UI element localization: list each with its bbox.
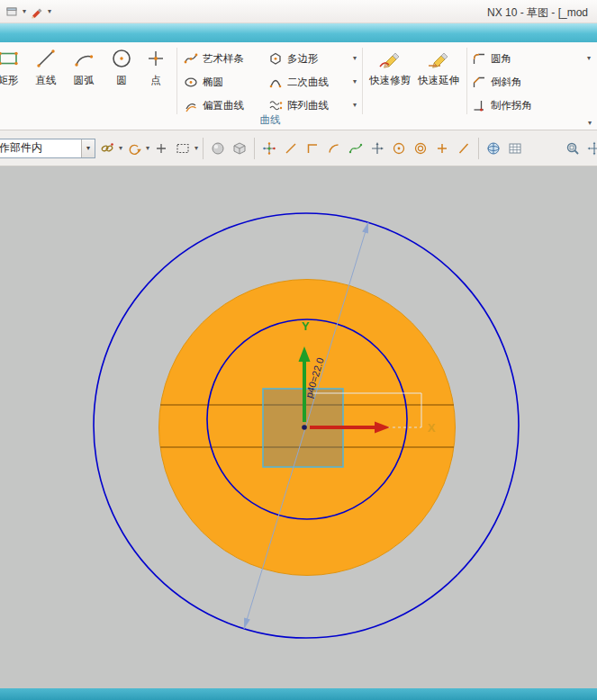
toolbar-right-group [563,139,597,158]
slash-line-icon[interactable] [281,139,301,158]
make-corner-icon [472,98,486,112]
grid-icon[interactable] [505,139,525,158]
ribbon-button-ellipse[interactable]: 椭圆 [184,71,265,93]
fillet-icon [472,51,486,66]
x-axis-label: X [428,421,436,435]
graphics-window[interactable]: p40=22.0 Y X [0,166,597,688]
ellipse-icon [184,75,198,89]
origin-point[interactable] [302,425,307,430]
line-icon [34,47,58,70]
plus-orange-icon[interactable] [432,139,452,158]
sketch-toolbar: 作部件内 ▾ ▾ ▾ ▾ [0,130,597,166]
ribbon-button-point[interactable]: 点 [137,47,175,87]
circle-icon [110,47,133,70]
ribbon-curve-group: 矩形 直线 圆弧 圆 点 [0,42,597,130]
quick-extend-icon [427,47,450,70]
offset-curve-icon [184,98,198,112]
pan-icon[interactable] [584,139,597,158]
marquee-select-icon[interactable] [173,139,193,158]
toolbar-separator [203,138,204,159]
button-label: 圆 [116,74,127,87]
group-label-curve: 曲线 [0,113,540,127]
rectangle-icon [0,47,20,70]
quick-access-toolbar: ▾ ▾ [4,4,51,20]
arc-icon[interactable] [324,139,344,158]
status-bar [0,688,597,700]
globe-icon[interactable] [484,139,503,158]
conic-icon [268,75,283,89]
snap-point-icon[interactable] [259,139,279,158]
ribbon-button-studio-spline[interactable]: 艺术样条 [184,48,265,69]
circle-ring-icon[interactable] [411,139,430,158]
work-scope-select[interactable]: 作部件内 ▾ [0,139,95,158]
link-icon[interactable] [97,139,117,158]
button-label: 快速延伸 [418,74,459,87]
chevron-down-icon[interactable]: ▾ [353,78,357,85]
work-scope-value: 作部件内 [0,140,81,156]
chevron-down-icon[interactable]: ▾ [588,120,592,127]
profile-icon[interactable] [303,139,322,158]
button-label: 倒斜角 [491,76,522,89]
chevron-down-icon[interactable]: ▾ [119,145,122,152]
chevron-down-icon[interactable]: ▾ [23,8,26,15]
studio-spline-icon [184,51,198,66]
redo-arrow-icon[interactable] [124,139,144,158]
chevron-down-icon[interactable]: ▾ [146,145,149,152]
axis-icon[interactable] [367,139,387,158]
ribbon-button-chamfer[interactable]: 倒斜角 [472,71,591,93]
chevron-down-icon[interactable]: ▾ [353,55,357,62]
button-label: 圆弧 [74,74,95,87]
button-label: 快速修剪 [369,74,411,87]
slash-orange-icon[interactable] [454,139,474,158]
chevron-down-icon[interactable]: ▾ [587,55,591,62]
arc-icon [72,47,95,70]
ribbon-button-quick-trim[interactable]: 快速修剪 [367,47,412,87]
chevron-down-icon[interactable]: ▾ [81,139,95,157]
chevron-down-icon[interactable]: ▾ [353,102,357,109]
zoom-window-icon[interactable] [563,139,583,158]
ribbon-button-conic[interactable]: 二次曲线 ▾ [268,71,357,93]
plus-icon[interactable] [151,139,171,158]
ribbon-button-rectangle[interactable]: 矩形 [0,47,27,87]
ribbon-button-polygon[interactable]: 多边形 ▾ [268,48,357,69]
chamfer-icon [472,75,486,89]
sketch-edit-icon[interactable] [29,4,45,20]
window-title: NX 10 - 草图 - [_mod [487,5,588,21]
point-icon [144,47,167,70]
group-separator [466,48,467,114]
app-menu-icon[interactable] [4,4,20,20]
ribbon-button-arc[interactable]: 圆弧 [65,47,103,87]
button-label: 矩形 [0,74,19,87]
cube-icon[interactable] [230,139,249,158]
pattern-curve-icon [268,98,283,112]
toolbar-separator [254,138,255,159]
nx-window: ▾ ▾ NX 10 - 草图 - [_mod 矩形 直线 [0,0,597,700]
button-label: 阵列曲线 [287,99,329,112]
ribbon-button-quick-extend[interactable]: 快速延伸 [416,47,461,87]
button-label: 椭圆 [203,76,223,89]
ribbon-button-line[interactable]: 直线 [27,47,65,87]
sketch-viewport[interactable]: p40=22.0 Y X [0,166,597,688]
title-bar: ▾ ▾ NX 10 - 草图 - [_mod [0,0,597,23]
button-label: 点 [150,74,161,87]
y-axis-label: Y [302,319,310,333]
quick-trim-icon [378,47,402,70]
button-label: 直线 [36,74,57,87]
polygon-icon [268,51,283,66]
circle-center-icon[interactable] [389,139,409,158]
spline-icon[interactable] [346,139,366,158]
button-label: 偏置曲线 [203,99,244,112]
chevron-down-icon[interactable]: ▾ [194,145,198,152]
ribbon-button-fillet[interactable]: 圆角 ▾ [472,48,591,69]
group-separator [362,48,363,114]
button-label: 二次曲线 [287,76,329,89]
chevron-down-icon[interactable]: ▾ [48,8,51,15]
toolbar-separator [478,138,479,159]
button-label: 制作拐角 [491,99,532,112]
button-label: 多边形 [287,52,319,66]
button-label: 圆角 [491,52,511,66]
ribbon-button-circle[interactable]: 圆 [103,47,140,87]
sphere-icon[interactable] [208,139,228,158]
button-label: 艺术样条 [203,52,244,66]
ribbon-tab-band[interactable] [0,23,597,42]
